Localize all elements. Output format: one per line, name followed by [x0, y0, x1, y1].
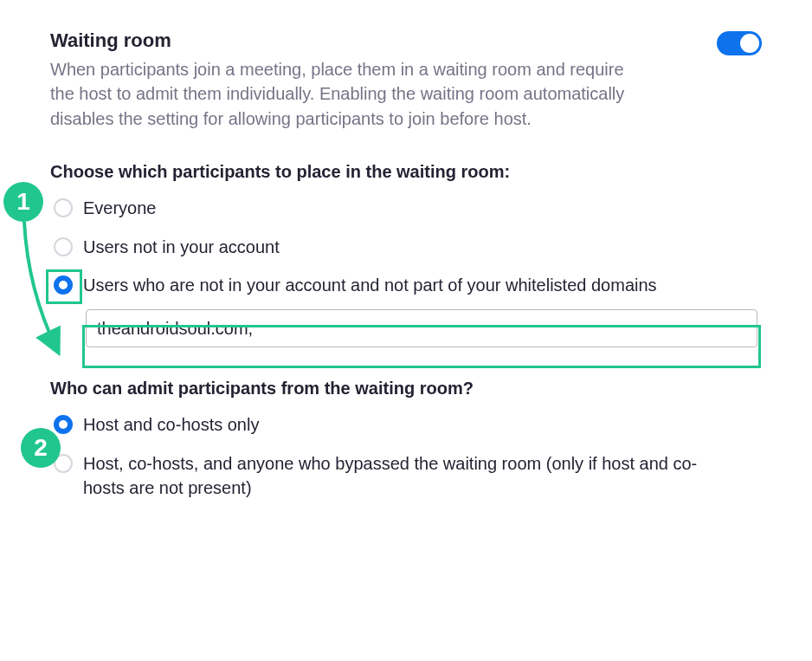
whitelisted-domains-input[interactable]	[86, 309, 757, 347]
radio-label: Users not in your account	[83, 235, 280, 259]
radio-host-cohosts-anyone[interactable]: Host, co-hosts, and anyone who bypassed …	[50, 451, 762, 501]
setting-title: Waiting room	[50, 29, 639, 52]
radio-icon	[54, 198, 73, 217]
radio-icon	[54, 275, 73, 295]
radio-icon	[54, 415, 73, 434]
admit-section-label: Who can admit participants from the wait…	[50, 379, 762, 399]
radio-label: Everyone	[83, 196, 157, 220]
radio-label: Host, co-hosts, and anyone who bypassed …	[83, 451, 724, 501]
settings-section: Waiting room When participants join a me…	[50, 29, 762, 501]
setting-description: When participants join a meeting, place …	[50, 57, 639, 131]
annotation-badge-1: 1	[3, 182, 43, 222]
radio-icon	[54, 237, 73, 256]
radio-not-in-account[interactable]: Users not in your account	[50, 235, 762, 259]
radio-everyone[interactable]: Everyone	[50, 196, 762, 220]
radio-host-cohosts-only[interactable]: Host and co-hosts only	[50, 412, 762, 437]
annotation-badge-2: 2	[21, 428, 61, 468]
radio-label: Users who are not in your account and no…	[83, 273, 657, 297]
radio-label: Host and co-hosts only	[83, 412, 259, 437]
radio-whitelisted-domains[interactable]: Users who are not in your account and no…	[50, 273, 762, 297]
participants-section-label: Choose which participants to place in th…	[50, 162, 762, 182]
waiting-room-toggle[interactable]	[717, 31, 762, 55]
